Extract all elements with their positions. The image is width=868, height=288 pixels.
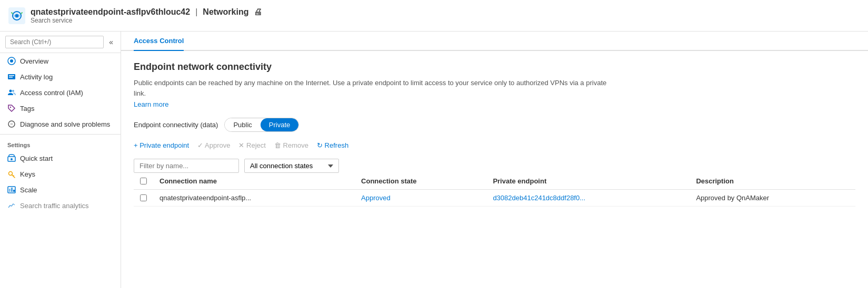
connections-table: Connection name Connection state Private… xyxy=(134,173,855,207)
svg-point-10 xyxy=(10,107,11,108)
refresh-button[interactable]: ↻ Refresh xyxy=(317,139,348,151)
keys-label: Keys xyxy=(20,170,35,178)
row-checkbox-cell xyxy=(134,190,153,207)
connection-state-value: Approved xyxy=(361,194,391,202)
access-control-icon xyxy=(7,88,16,97)
tab-access-control[interactable]: Access Control xyxy=(134,32,184,51)
access-control-label: Access control (IAM) xyxy=(20,89,83,97)
search-box-container: « xyxy=(0,32,121,53)
activity-log-icon xyxy=(7,73,16,81)
sidebar-item-scale[interactable]: Scale xyxy=(0,182,121,198)
main-content: Access Control Endpoint network connecti… xyxy=(121,32,868,288)
col-connection-state: Connection state xyxy=(355,173,486,190)
connectivity-row: Endpoint connectivity (data) Public Priv… xyxy=(134,118,855,132)
search-input[interactable] xyxy=(5,36,104,48)
col-private-endpoint: Private endpoint xyxy=(486,173,690,190)
top-bar: qnatestprivateendpoint-asflpv6thlouc42 |… xyxy=(0,0,868,32)
diagnose-label: Diagnose and solve problems xyxy=(20,120,110,128)
resource-icon xyxy=(8,7,25,24)
keys-icon xyxy=(7,170,16,178)
svg-point-4 xyxy=(10,59,13,63)
toggle-public[interactable]: Public xyxy=(225,118,260,131)
row-description: Approved by QnAMaker xyxy=(690,190,855,207)
row-connection-state: Approved xyxy=(355,190,486,207)
content-body: Endpoint network connectivity Public end… xyxy=(121,51,868,217)
svg-point-13 xyxy=(11,158,13,160)
print-icon[interactable]: 🖨 xyxy=(254,7,262,17)
toolbar: + Private endpoint ✓ Approve ✕ Reject 🗑 … xyxy=(134,139,855,151)
settings-section-label: Settings xyxy=(0,134,121,150)
svg-point-8 xyxy=(9,90,12,92)
sidebar-item-activity-log[interactable]: Activity log xyxy=(0,69,121,85)
quick-start-label: Quick start xyxy=(20,155,53,162)
select-all-checkbox[interactable] xyxy=(140,178,147,184)
toggle-private[interactable]: Private xyxy=(261,118,298,131)
tab-bar: Access Control xyxy=(121,32,868,51)
scale-icon xyxy=(7,186,16,194)
col-checkbox xyxy=(134,173,153,190)
sidebar: « Overview Activity log Access control (… xyxy=(0,32,121,288)
svg-rect-7 xyxy=(9,77,13,78)
section-description: Public endpoints can be reached by any m… xyxy=(134,78,607,98)
quick-start-icon xyxy=(7,154,16,162)
svg-point-9 xyxy=(12,90,14,92)
private-endpoint-link[interactable]: d3082deb41c241dc8ddf28f0... xyxy=(493,194,585,202)
tags-icon xyxy=(7,104,16,112)
row-private-endpoint: d3082deb41c241dc8ddf28f0... xyxy=(486,190,690,207)
svg-rect-18 xyxy=(13,190,15,192)
table-row: qnatestprivateendpoint-asflp... Approved… xyxy=(134,190,855,207)
row-checkbox[interactable] xyxy=(140,194,147,201)
col-connection-name: Connection name xyxy=(153,173,355,190)
diagnose-icon xyxy=(7,120,16,128)
filter-row: All connection states Approved Pending R… xyxy=(134,159,855,173)
section-title: Endpoint network connectivity xyxy=(134,61,855,73)
sidebar-item-quick-start[interactable]: Quick start xyxy=(0,150,121,166)
filter-input[interactable] xyxy=(134,159,239,173)
svg-point-2 xyxy=(15,14,18,17)
overview-label: Overview xyxy=(20,57,48,65)
connectivity-toggle: Public Private xyxy=(224,118,299,132)
add-private-endpoint-button[interactable]: + Private endpoint xyxy=(134,139,189,151)
activity-log-label: Activity log xyxy=(20,73,53,81)
reject-button[interactable]: ✕ Reject xyxy=(238,139,265,151)
main-layout: « Overview Activity log Access control (… xyxy=(0,32,868,288)
sidebar-item-tags[interactable]: Tags xyxy=(0,100,121,116)
page-section-title: Networking xyxy=(203,7,248,17)
svg-rect-16 xyxy=(9,189,11,192)
row-connection-name: qnatestprivateendpoint-asflp... xyxy=(153,190,355,207)
sidebar-item-keys[interactable]: Keys xyxy=(0,166,121,182)
scale-label: Scale xyxy=(20,186,37,194)
sidebar-item-diagnose[interactable]: Diagnose and solve problems xyxy=(0,116,121,132)
svg-rect-6 xyxy=(9,75,14,76)
connectivity-label: Endpoint connectivity (data) xyxy=(134,121,218,129)
resource-subtitle: Search service xyxy=(31,17,262,24)
collapse-button[interactable]: « xyxy=(107,37,115,47)
sidebar-item-access-control[interactable]: Access control (IAM) xyxy=(0,85,121,100)
tags-label: Tags xyxy=(20,105,34,112)
connection-state-filter[interactable]: All connection states Approved Pending R… xyxy=(244,159,339,173)
page-title: qnatestprivateendpoint-asflpv6thlouc42 |… xyxy=(31,7,262,17)
svg-rect-17 xyxy=(11,188,13,192)
sidebar-item-search-traffic[interactable]: Search traffic analytics xyxy=(0,198,121,213)
search-traffic-icon xyxy=(7,201,16,210)
approve-button[interactable]: ✓ Approve xyxy=(197,139,230,151)
resource-name: qnatestprivateendpoint-asflpv6thlouc42 xyxy=(31,7,190,17)
learn-more-link[interactable]: Learn more xyxy=(134,100,168,108)
search-traffic-label: Search traffic analytics xyxy=(20,202,89,210)
table-header-row: Connection name Connection state Private… xyxy=(134,173,855,190)
remove-button[interactable]: 🗑 Remove xyxy=(274,139,308,151)
title-group: qnatestprivateendpoint-asflpv6thlouc42 |… xyxy=(31,7,262,24)
col-description: Description xyxy=(690,173,855,190)
sidebar-item-overview[interactable]: Overview xyxy=(0,53,121,69)
overview-icon xyxy=(7,57,16,65)
